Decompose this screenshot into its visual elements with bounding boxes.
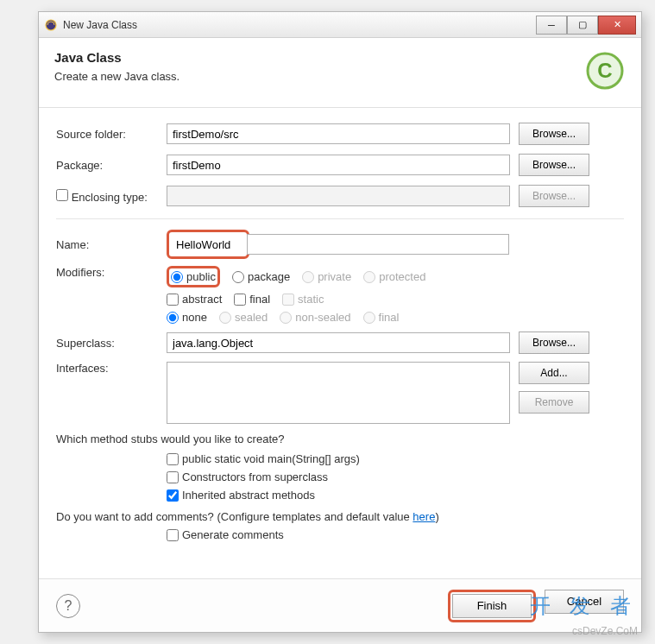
modifier-public[interactable]: public — [171, 270, 216, 283]
modifier-final-flag[interactable]: final — [234, 293, 270, 306]
interfaces-label: Interfaces: — [56, 362, 167, 375]
help-icon[interactable]: ? — [56, 594, 80, 618]
stub-inherited-checkbox[interactable]: Inherited abstract methods — [167, 489, 624, 502]
sealed-sealed: sealed — [219, 311, 268, 324]
superclass-label: Superclass: — [56, 337, 167, 350]
finish-highlight: Finish — [448, 590, 536, 622]
modifier-private: private — [302, 270, 351, 283]
name-highlight — [167, 230, 249, 259]
public-highlight: public — [167, 266, 220, 287]
superclass-browse-button[interactable]: Browse... — [519, 331, 589, 354]
enclosing-type-checkbox-label: Enclosing type: — [56, 189, 167, 204]
interfaces-list[interactable] — [167, 362, 510, 424]
stub-main-checkbox[interactable]: public static void main(String[] args) — [167, 452, 624, 465]
source-folder-browse-button[interactable]: Browse... — [519, 123, 589, 145]
dialog-content: Source folder: Browse... Package: Browse… — [39, 108, 641, 555]
window-title: New Java Class — [63, 19, 536, 31]
interfaces-add-button[interactable]: Add... — [519, 362, 589, 384]
header-subtitle: Create a new Java class. — [54, 70, 179, 83]
superclass-input[interactable] — [167, 332, 510, 353]
class-icon: C — [584, 50, 626, 95]
sealed-none[interactable]: none — [167, 311, 207, 324]
window-buttons: ─ ▢ ✕ — [536, 16, 636, 35]
stubs-question: Which method stubs would you like to cre… — [56, 432, 624, 445]
maximize-button[interactable]: ▢ — [567, 16, 598, 35]
enclosing-type-browse-button: Browse... — [519, 185, 589, 207]
generate-comments-checkbox[interactable]: Generate comments — [167, 528, 624, 541]
enclosing-type-input — [167, 186, 510, 206]
name-label: Name: — [56, 238, 167, 251]
modifiers-label: Modifiers: — [56, 266, 167, 279]
stub-constructors-checkbox[interactable]: Constructors from superclass — [167, 470, 624, 483]
configure-link[interactable]: here — [413, 510, 435, 523]
modifier-abstract[interactable]: abstract — [167, 293, 222, 306]
sealed-non-sealed: non-sealed — [280, 311, 350, 324]
modifier-package[interactable]: package — [232, 270, 290, 283]
eclipse-icon — [44, 18, 58, 32]
dialog-header: Java Class Create a new Java class. C — [39, 38, 641, 108]
comments-question: Do you want to add comments? (Configure … — [56, 510, 624, 523]
name-input-extension[interactable] — [247, 234, 509, 255]
new-class-dialog: New Java Class ─ ▢ ✕ Java Class Create a… — [38, 11, 642, 633]
interfaces-remove-button: Remove — [519, 391, 589, 414]
finish-button[interactable]: Finish — [452, 594, 532, 618]
source-folder-input[interactable] — [167, 123, 510, 144]
titlebar[interactable]: New Java Class ─ ▢ ✕ — [39, 12, 641, 38]
source-folder-label: Source folder: — [56, 128, 167, 141]
package-browse-button[interactable]: Browse... — [519, 154, 589, 176]
header-title: Java Class — [54, 50, 179, 65]
separator — [56, 218, 624, 219]
close-button[interactable]: ✕ — [598, 16, 636, 35]
svg-text:C: C — [597, 59, 612, 82]
enclosing-type-checkbox[interactable] — [56, 189, 68, 201]
package-input[interactable] — [167, 155, 510, 175]
sealed-final: final — [363, 311, 400, 324]
modifier-protected: protected — [363, 270, 425, 283]
minimize-button[interactable]: ─ — [536, 16, 567, 35]
cancel-button[interactable]: Cancel — [545, 590, 624, 614]
name-input[interactable] — [171, 234, 245, 255]
dialog-footer: ? Finish Cancel — [39, 578, 641, 632]
package-label: Package: — [56, 159, 167, 172]
modifier-static: static — [282, 293, 324, 306]
